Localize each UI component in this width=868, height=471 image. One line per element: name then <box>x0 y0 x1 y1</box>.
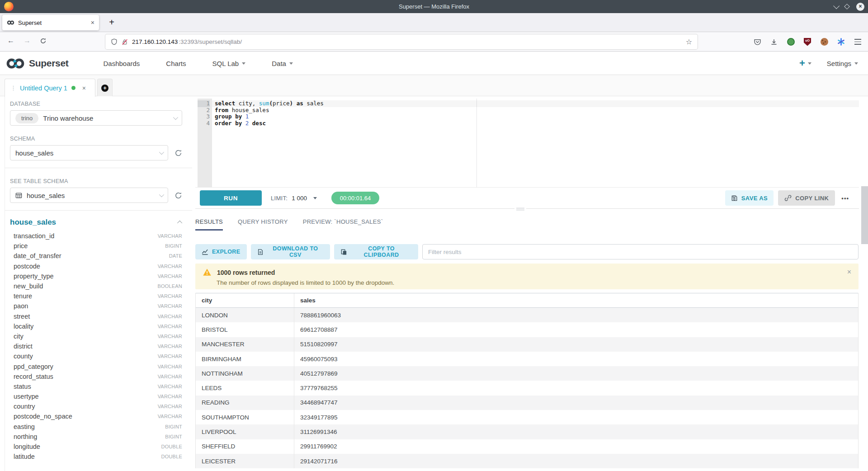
column-row-ppd-category[interactable]: ppd_categoryVARCHAR <box>14 361 182 371</box>
copy-to-clipboard-button[interactable]: COPY TO CLIPBOARD <box>334 244 418 259</box>
window-close-icon[interactable]: × <box>856 3 864 11</box>
table-row[interactable]: SOUTHAMPTON32349177895 <box>196 410 858 424</box>
column-row-street[interactable]: streetVARCHAR <box>14 311 182 321</box>
column-type: VARCHAR <box>158 404 182 409</box>
column-row-tenure[interactable]: tenureVARCHAR <box>14 291 182 301</box>
column-name: record_status <box>14 373 158 380</box>
table-row[interactable]: LEEDS37779768255 <box>196 381 858 395</box>
database-select[interactable]: trino Trino warehouse <box>10 110 182 126</box>
downloads-icon[interactable] <box>770 38 778 46</box>
sql-editor[interactable]: 1234 select city, sum(price) as salesfro… <box>198 99 859 187</box>
new-item-button[interactable]: + <box>799 59 811 68</box>
browser-tab[interactable]: Superset × <box>2 15 99 30</box>
drag-handle-icon[interactable]: ⋮ <box>10 85 16 91</box>
column-row-longitude[interactable]: longitudeDOUBLE <box>14 442 182 452</box>
file-icon <box>257 249 264 255</box>
extension-privacy-icon[interactable] <box>787 38 795 46</box>
url-host: 217.160.120.143 <box>132 38 178 45</box>
run-button[interactable]: RUN <box>200 190 262 206</box>
column-row-country[interactable]: countryVARCHAR <box>14 401 182 411</box>
column-row-city[interactable]: cityVARCHAR <box>14 331 182 341</box>
filter-results-input[interactable] <box>422 244 859 259</box>
column-row-locality[interactable]: localityVARCHAR <box>14 321 182 331</box>
column-type: VARCHAR <box>158 394 182 399</box>
column-row-usertype[interactable]: usertypeVARCHAR <box>14 391 182 401</box>
column-row-price[interactable]: priceBIGINT <box>14 241 182 251</box>
scrollbar-thumb[interactable] <box>861 186 868 244</box>
panel-resize-handle[interactable] <box>514 207 526 212</box>
column-row-easting[interactable]: eastingBIGINT <box>14 422 182 432</box>
column-row-postcode[interactable]: postcodeVARCHAR <box>14 261 182 271</box>
cookie-extension-icon[interactable] <box>820 38 828 46</box>
column-row-district[interactable]: districtVARCHAR <box>14 341 182 351</box>
column-row-date-of-transfer[interactable]: date_of_transferDATE <box>14 251 182 261</box>
settings-menu[interactable]: Settings <box>827 60 858 67</box>
table-row[interactable]: MANCHESTER51510820997 <box>196 337 858 352</box>
pocket-icon[interactable] <box>753 38 761 46</box>
ublock-icon[interactable]: uO <box>803 38 811 46</box>
back-button[interactable]: ← <box>7 37 14 45</box>
tab-preview-house-sales[interactable]: PREVIEW: `HOUSE_SALES` <box>303 218 383 231</box>
window-maximize-icon[interactable] <box>844 4 850 9</box>
table-row[interactable]: BIRMINGHAM45960075093 <box>196 352 858 366</box>
column-row-transaction-id[interactable]: transaction_idVARCHAR <box>14 231 182 241</box>
languagetool-icon[interactable] <box>837 38 845 46</box>
column-header-city[interactable]: city <box>196 297 294 304</box>
table-row[interactable]: NOTTINGHAM40512797869 <box>196 366 858 381</box>
schema-select[interactable]: house_sales <box>10 145 168 160</box>
new-tab-button[interactable]: + <box>105 16 118 29</box>
column-type: BIGINT <box>165 243 182 249</box>
table-row[interactable]: LONDON788861960063 <box>196 308 858 322</box>
bookmark-star-icon[interactable]: ☆ <box>686 38 692 46</box>
table-row[interactable]: READING34468947747 <box>196 396 858 410</box>
copy-link-button[interactable]: COPY LINK <box>778 190 835 206</box>
query-tab-close-icon[interactable]: × <box>82 85 86 92</box>
save-as-button[interactable]: SAVE AS <box>725 190 774 206</box>
menu-icon[interactable] <box>854 38 862 46</box>
window-minimize-icon[interactable] <box>833 2 840 9</box>
column-row-northing[interactable]: northingBIGINT <box>14 432 182 442</box>
column-header-sales[interactable]: sales <box>294 293 858 307</box>
tab-query-history[interactable]: QUERY HISTORY <box>238 218 288 231</box>
table-row[interactable]: SHEFFIELD29911769902 <box>196 439 858 454</box>
tab-close-icon[interactable]: × <box>91 19 94 26</box>
superset-logo[interactable]: Superset <box>5 57 68 70</box>
column-row-new-build[interactable]: new_buildBOOLEAN <box>14 281 182 291</box>
column-row-county[interactable]: countyVARCHAR <box>14 351 182 361</box>
shield-icon[interactable] <box>111 38 118 45</box>
table-row[interactable]: LEICESTER29142071716 <box>196 454 858 468</box>
download-to-csv-button[interactable]: DOWNLOAD TO CSV <box>251 244 330 259</box>
city-cell: MANCHESTER <box>196 337 294 352</box>
column-row-status[interactable]: statusVARCHAR <box>14 382 182 391</box>
table-header-row[interactable]: house_sales <box>10 218 182 227</box>
refresh-table-icon[interactable] <box>175 192 182 199</box>
editor-code[interactable]: select city, sum(price) as salesfrom hou… <box>212 99 859 187</box>
column-row-paon[interactable]: paonVARCHAR <box>14 301 182 311</box>
tab-results[interactable]: RESULTS <box>195 218 223 231</box>
editor-gutter: 1234 <box>198 99 212 187</box>
lock-insecure-icon[interactable] <box>122 39 128 45</box>
column-row-postcode-no-space[interactable]: postcode_no_spaceVARCHAR <box>14 411 182 421</box>
table-name[interactable]: house_sales <box>10 218 179 227</box>
explore-button[interactable]: EXPLORE <box>195 244 247 259</box>
nav-item-data[interactable]: Data <box>259 52 306 75</box>
more-options-button[interactable]: ••• <box>840 195 851 202</box>
refresh-schema-icon[interactable] <box>175 149 182 157</box>
column-row-record-status[interactable]: record_statusVARCHAR <box>14 372 182 382</box>
url-bar[interactable]: 217.160.120.143 :32393/superset/sqllab/ … <box>105 34 698 49</box>
add-query-tab-button[interactable]: + <box>97 79 113 97</box>
alert-close-icon[interactable]: × <box>847 268 851 276</box>
nav-item-dashboards[interactable]: Dashboards <box>90 52 153 75</box>
column-row-latitude[interactable]: latitudeDOUBLE <box>14 452 182 462</box>
table-row[interactable]: LIVERPOOL31126991346 <box>196 424 858 439</box>
nav-item-sql-lab[interactable]: SQL Lab <box>199 52 259 75</box>
table-schema-select[interactable]: house_sales <box>10 188 168 203</box>
query-tab[interactable]: ⋮ Untitled Query 1 × <box>5 79 95 97</box>
reload-icon[interactable] <box>40 38 47 46</box>
nav-item-label: SQL Lab <box>212 60 239 67</box>
limit-dropdown[interactable]: LIMIT: 1 000 <box>271 195 317 202</box>
nav-item-charts[interactable]: Charts <box>153 52 199 75</box>
code-line: order by 2 desc <box>212 120 859 127</box>
column-row-property-type[interactable]: property_typeVARCHAR <box>14 271 182 281</box>
table-row[interactable]: BRISTOL69612708887 <box>196 322 858 337</box>
